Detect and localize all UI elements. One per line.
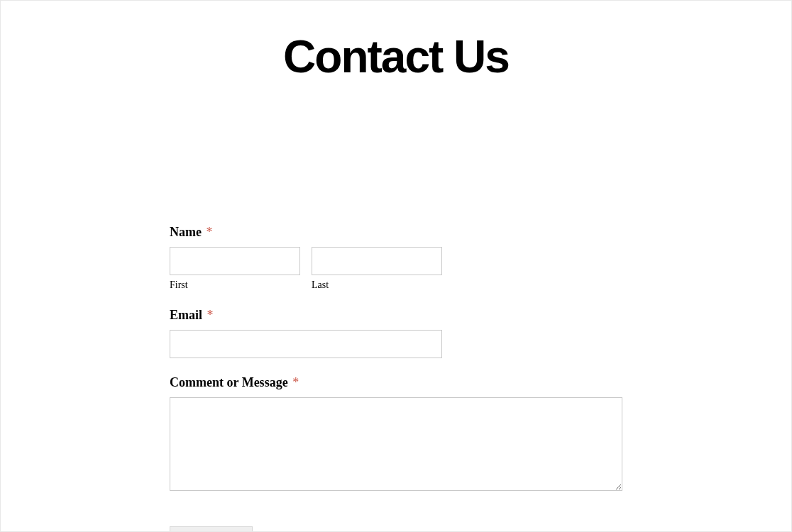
name-row: First Last bbox=[170, 247, 624, 291]
last-name-input[interactable] bbox=[312, 247, 442, 275]
first-name-input[interactable] bbox=[170, 247, 300, 275]
email-label: Email * bbox=[170, 308, 624, 323]
page-title: Contact Us bbox=[1, 31, 791, 83]
email-input[interactable] bbox=[170, 330, 442, 358]
first-name-col: First bbox=[170, 247, 300, 291]
message-field-group: Comment or Message * bbox=[170, 375, 624, 494]
email-field-group: Email * bbox=[170, 308, 624, 358]
message-label-text: Comment or Message bbox=[170, 375, 288, 389]
name-label-text: Name bbox=[170, 225, 202, 239]
last-name-col: Last bbox=[312, 247, 442, 291]
name-label: Name * bbox=[170, 225, 624, 240]
contact-form: Name * First Last Email * Comment or Mes… bbox=[170, 225, 624, 532]
message-label: Comment or Message * bbox=[170, 375, 624, 390]
first-name-sublabel: First bbox=[170, 279, 300, 291]
message-textarea[interactable] bbox=[170, 397, 622, 491]
last-name-sublabel: Last bbox=[312, 279, 442, 291]
submit-button[interactable]: Submit bbox=[170, 526, 253, 532]
email-label-text: Email bbox=[170, 308, 202, 322]
required-marker: * bbox=[292, 375, 299, 389]
name-field-group: Name * First Last bbox=[170, 225, 624, 291]
required-marker: * bbox=[206, 225, 212, 239]
required-marker: * bbox=[207, 308, 214, 322]
